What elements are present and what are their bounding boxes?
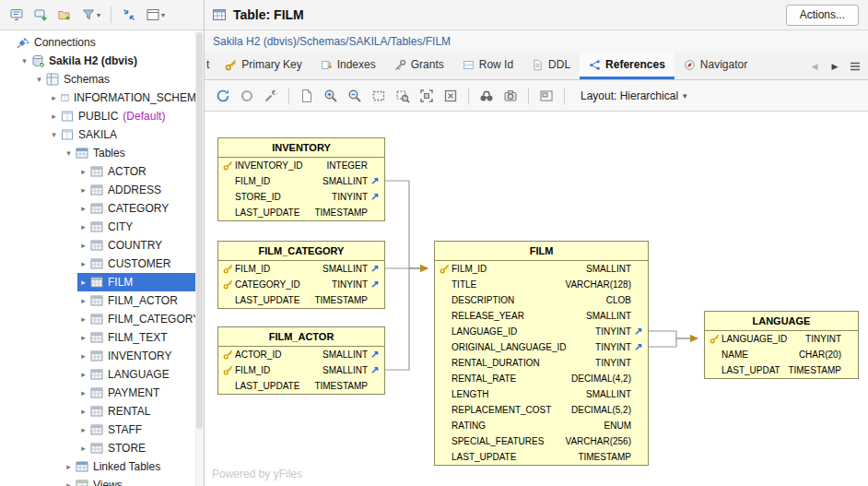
tree-item-label: INVENTORY (108, 350, 172, 362)
tree-item-actor[interactable]: ▸ACTOR (77, 162, 204, 181)
find-button[interactable] (475, 85, 498, 107)
chevron-collapsed-icon[interactable]: ▸ (77, 444, 89, 453)
chevron-collapsed-icon[interactable]: ▸ (77, 351, 89, 361)
chevron-collapsed-icon[interactable]: ▸ (77, 407, 89, 416)
filter-button[interactable]: ▾ (77, 4, 104, 26)
chevron-collapsed-icon[interactable]: ▸ (77, 185, 89, 195)
chevron-expanded-icon[interactable]: ▾ (63, 148, 75, 158)
chevron-collapsed-icon[interactable]: ▸ (77, 333, 89, 342)
select-marquee-button[interactable] (368, 85, 390, 107)
camera-button[interactable] (499, 85, 522, 107)
tab-label: Indexes (337, 58, 376, 71)
tab-list-button[interactable] (846, 57, 864, 76)
chevron-collapsed-icon[interactable]: ▸ (77, 241, 89, 250)
schemas-icon (45, 72, 60, 87)
tab-rowid-icon (463, 59, 475, 71)
tree-item-store[interactable]: ▸STORE (77, 439, 204, 457)
tree-item-linked-tables[interactable]: ▸Linked Tables (63, 457, 204, 476)
tree-item-address[interactable]: ▸ADDRESS (77, 181, 204, 199)
chevron-collapsed-icon[interactable]: ▸ (77, 425, 89, 434)
chevron-collapsed-icon[interactable]: ▸ (77, 296, 89, 305)
chevron-expanded-icon[interactable]: ▾ (48, 130, 60, 139)
chevron-collapsed-icon[interactable]: ▸ (77, 222, 89, 231)
zoom-out-button[interactable] (344, 85, 366, 107)
chevron-collapsed-icon[interactable]: ▸ (48, 112, 60, 121)
add-connection-button[interactable] (29, 4, 52, 26)
layout-dropdown[interactable]: Layout: Hierarchical ▾ (573, 87, 695, 105)
tree-item-film[interactable]: ▸FILM (77, 273, 204, 291)
tab-grants[interactable]: Grants (385, 53, 453, 79)
breadcrumb[interactable]: Sakila H2 (dbvis)/Schemas/SAKILA/Tables/… (205, 30, 868, 53)
settings-button[interactable] (260, 85, 282, 107)
zoom-in-button[interactable] (320, 85, 342, 107)
chevron-collapsed-icon[interactable]: ▸ (77, 314, 89, 324)
tree-item-rental[interactable]: ▸RENTAL (77, 402, 204, 421)
tree-item-public[interactable]: ▸PUBLIC(Default) (48, 107, 204, 125)
tree-item-customer[interactable]: ▸CUSTOMER (77, 255, 204, 273)
tab-primary-key[interactable]: Primary Key (216, 53, 311, 79)
tree-item-tables[interactable]: ▾Tables (63, 144, 204, 162)
connection-button[interactable] (6, 4, 28, 26)
fit-content-button[interactable] (416, 85, 438, 107)
prev-tab-button[interactable]: ◀ (805, 57, 824, 76)
sidebar-scrollbar-thumb[interactable] (196, 32, 203, 429)
window-button[interactable]: ▾ (142, 4, 169, 26)
tree-item-film-text[interactable]: ▸FILM_TEXT (77, 328, 204, 347)
collapse-all-button[interactable] (118, 4, 140, 26)
column-type: TINYINT (588, 358, 631, 368)
connection-icon (9, 7, 24, 22)
tree-item-views[interactable]: ▸Views (63, 476, 204, 486)
chevron-collapsed-icon[interactable]: ▸ (63, 462, 75, 471)
entity-language[interactable]: LANGUAGELANGUAGE_IDTINYINTNAMECHAR(20)LA… (704, 311, 859, 379)
zoom-actual-button[interactable] (440, 85, 462, 107)
add-folder-button[interactable] (53, 4, 76, 26)
tree-item-schemas[interactable]: ▾Schemas (33, 70, 204, 89)
chevron-collapsed-icon[interactable]: ▸ (77, 167, 89, 176)
diagram-canvas[interactable]: Powered by yFiles INVENTORYINVENTORY_IDI… (205, 112, 868, 486)
chevron-collapsed-icon[interactable]: ▸ (77, 388, 89, 397)
tab-indexes[interactable]: Indexes (311, 53, 385, 79)
column-name: RENTAL_DURATION (452, 358, 588, 368)
sidebar-scrollbar[interactable] (195, 30, 204, 486)
chevron-expanded-icon[interactable]: ▾ (18, 56, 30, 65)
tree-item-category[interactable]: ▸CATEGORY (77, 199, 204, 218)
tree-item-language[interactable]: ▸LANGUAGE (77, 365, 204, 384)
tree-item-country[interactable]: ▸COUNTRY (77, 236, 204, 255)
tree-item-sakila[interactable]: ▾SAKILA (48, 125, 204, 144)
entity-film[interactable]: FILMFILM_IDSMALLINTTITLEVARCHAR(128)DESC… (434, 241, 649, 466)
entity-inventory[interactable]: INVENTORYINVENTORY_IDINTEGERFILM_IDSMALL… (217, 137, 385, 221)
chevron-expanded-icon[interactable]: ▾ (33, 75, 45, 84)
tab-navigator[interactable]: Navigator (674, 53, 757, 79)
chevron-collapsed-icon[interactable]: ▸ (77, 259, 89, 268)
export-image-button[interactable] (296, 85, 318, 107)
tree-item-payment[interactable]: ▸PAYMENT (77, 384, 204, 402)
entity-film-category[interactable]: FILM_CATEGORYFILM_IDSMALLINT↗CATEGORY_ID… (217, 241, 385, 309)
actions-button[interactable]: Actions... (786, 5, 859, 26)
chevron-collapsed-icon[interactable]: ▸ (48, 93, 60, 102)
column-name: TITLE (452, 279, 558, 290)
tree-item-information-schema[interactable]: ▸INFORMATION_SCHEMA (48, 89, 204, 107)
tab-t[interactable]: t (205, 53, 216, 79)
chevron-collapsed-icon[interactable]: ▸ (77, 278, 89, 287)
tree-item-sakila-h2-dbvis[interactable]: ▾Sakila H2 (dbvis) (18, 52, 204, 70)
chevron-collapsed-icon[interactable]: ▸ (77, 204, 89, 213)
table-icon (89, 293, 104, 308)
next-tab-button[interactable]: ▶ (826, 57, 844, 76)
refresh-button[interactable] (212, 85, 234, 107)
stop-button[interactable] (236, 85, 258, 107)
tree-item-film-actor[interactable]: ▸FILM_ACTOR (77, 291, 204, 310)
tree-item-staff[interactable]: ▸STAFF (77, 421, 204, 439)
entity-film-actor[interactable]: FILM_ACTORACTOR_IDSMALLINT↗FILM_IDSMALLI… (217, 326, 385, 395)
tab-ddl[interactable]: DDL (522, 53, 580, 79)
tab-references[interactable]: References (580, 53, 674, 79)
chevron-collapsed-icon[interactable]: ▸ (77, 370, 89, 379)
tree-item-connections[interactable]: Connections (4, 33, 204, 52)
overview-button[interactable] (535, 85, 557, 107)
tree-item-inventory[interactable]: ▸INVENTORY (77, 347, 204, 365)
tab-row-id[interactable]: Row Id (453, 53, 522, 79)
tree-item-film-category[interactable]: ▸FILM_CATEGORY (77, 310, 204, 328)
tree-item-city[interactable]: ▸CITY (77, 218, 204, 236)
chevron-collapsed-icon[interactable]: ▸ (63, 480, 75, 486)
entity-column-description: DESCRIPTIONCLOB (435, 292, 648, 308)
zoom-marquee-button[interactable] (392, 85, 414, 107)
